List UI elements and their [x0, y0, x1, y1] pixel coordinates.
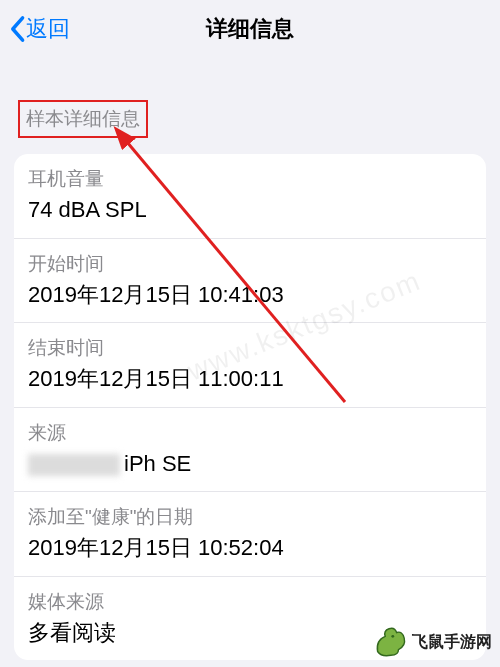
- annotation-highlight-box: 样本详细信息: [18, 100, 148, 138]
- source-device: iPh SE: [124, 451, 191, 476]
- row-label: 耳机音量: [28, 166, 472, 192]
- section-header-text: 样本详细信息: [26, 108, 140, 129]
- redacted-name: [28, 454, 120, 476]
- row-label: 开始时间: [28, 251, 472, 277]
- navigation-bar: 返回 详细信息: [0, 0, 500, 58]
- row-value: 2019年12月15日 11:00:11: [28, 365, 472, 393]
- back-label: 返回: [26, 14, 70, 44]
- row-label: 结束时间: [28, 335, 472, 361]
- row-value: 2019年12月15日 10:52:04: [28, 534, 472, 562]
- svg-point-1: [391, 635, 394, 638]
- page-title: 详细信息: [206, 14, 294, 44]
- footer-logo-text: 飞鼠手游网: [412, 632, 492, 653]
- footer-logo: 飞鼠手游网: [370, 623, 492, 661]
- back-button[interactable]: 返回: [8, 14, 70, 44]
- row-source[interactable]: 来源 iPh SE: [14, 408, 486, 493]
- row-label: 添加至"健康"的日期: [28, 504, 472, 530]
- row-value: 2019年12月15日 10:41:03: [28, 281, 472, 309]
- squirrel-icon: [370, 623, 408, 661]
- row-added-date[interactable]: 添加至"健康"的日期 2019年12月15日 10:52:04: [14, 492, 486, 577]
- row-label: 媒体来源: [28, 589, 472, 615]
- row-start-time[interactable]: 开始时间 2019年12月15日 10:41:03: [14, 239, 486, 324]
- row-end-time[interactable]: 结束时间 2019年12月15日 11:00:11: [14, 323, 486, 408]
- row-headphone-volume[interactable]: 耳机音量 74 dBA SPL: [14, 154, 486, 239]
- details-card: 耳机音量 74 dBA SPL 开始时间 2019年12月15日 10:41:0…: [14, 154, 486, 660]
- section-header: 样本详细信息: [0, 58, 500, 148]
- row-value: iPh SE: [28, 450, 472, 478]
- row-label: 来源: [28, 420, 472, 446]
- row-value: 74 dBA SPL: [28, 196, 472, 224]
- chevron-left-icon: [8, 15, 26, 43]
